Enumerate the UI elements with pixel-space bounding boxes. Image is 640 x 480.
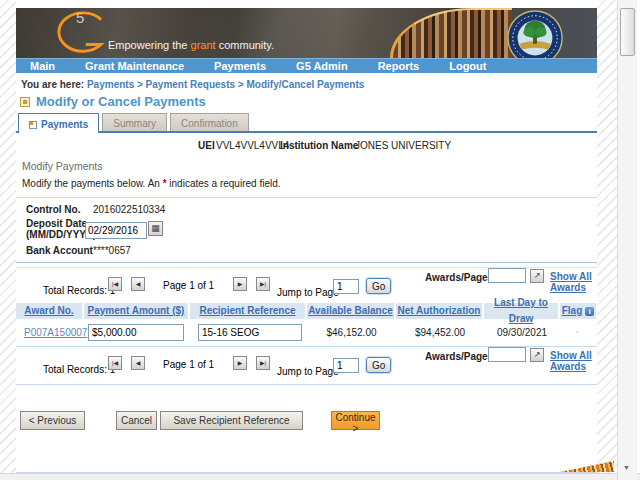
previous-button[interactable]: < Previous	[20, 411, 85, 430]
tab-confirmation[interactable]: Confirmation	[170, 113, 249, 131]
payments-tab-icon	[29, 121, 37, 129]
divider	[16, 197, 597, 198]
breadcrumb-path[interactable]: Payments > Payment Requests > Modify/Can…	[87, 79, 364, 90]
nav-item-logout[interactable]: Logout	[449, 60, 486, 72]
control-no-label: Control No.	[26, 204, 80, 215]
first-page-button[interactable]: |◀	[108, 277, 122, 291]
total-records-label: Total Records: 1	[43, 364, 115, 375]
continue-button[interactable]: Continue >	[331, 411, 380, 430]
last-day-to-draw-value: 09/30/2021	[484, 319, 560, 346]
institution-name-label: Institution Name	[280, 140, 358, 151]
deposit-date-input[interactable]	[85, 222, 147, 239]
breadcrumb-prefix: You are here:	[21, 79, 84, 90]
first-page-button[interactable]: |◀	[108, 356, 122, 370]
page-title-row: Modify or Cancel Payments	[20, 94, 206, 109]
awards-per-page-submit-icon[interactable]: ↗	[530, 348, 544, 362]
scrollbar-down-icon[interactable]: ▼	[623, 464, 630, 471]
show-all-awards-link[interactable]: Show All Awards	[550, 271, 598, 293]
go-button[interactable]: Go	[366, 357, 391, 373]
total-records-label: Total Records: 1	[43, 285, 115, 296]
pager-bottom: Total Records: 1 |◀ ◀ Page 1 of 1 ▶ ▶| J…	[16, 347, 598, 381]
save-recipient-reference-button[interactable]: Save Recipient Reference	[160, 411, 303, 430]
column-header-award-no[interactable]: Award No.	[16, 303, 84, 319]
column-header-net-authorization[interactable]: Net Authorization	[396, 303, 484, 319]
jump-to-page-label: Jump to Page	[277, 366, 339, 377]
last-page-button[interactable]: ▶|	[256, 277, 270, 291]
cancel-button[interactable]: Cancel	[116, 411, 157, 430]
jump-to-page-label: Jump to Page	[277, 287, 339, 298]
right-margin-stripes	[597, 0, 617, 480]
breadcrumb: You are here: Payments > Payment Request…	[21, 79, 364, 90]
tagline-accent: grant	[191, 39, 216, 51]
go-button[interactable]: Go	[366, 278, 391, 294]
section-heading: Modify Payments	[22, 160, 103, 172]
available-balance-value: $46,152.00	[307, 319, 396, 346]
department-of-education-seal-icon	[506, 9, 564, 58]
nav-item-grant-maintenance[interactable]: Grant Maintenance	[85, 60, 184, 72]
flag-info-icon[interactable]: i	[585, 307, 594, 316]
flag-marker: ·	[576, 327, 579, 338]
vertical-scrollbar[interactable]: ▼	[617, 0, 637, 480]
calendar-icon[interactable]: ▦	[148, 221, 163, 236]
divider	[16, 262, 597, 263]
column-header-recipient-reference[interactable]: Recipient Reference	[190, 303, 307, 319]
scrollbar-thumb[interactable]	[620, 8, 635, 56]
page-status: Page 1 of 1	[163, 280, 214, 291]
last-page-button[interactable]: ▶|	[256, 356, 270, 370]
modify-cancel-payments-page: 5 Empowering the grant community. Main G…	[0, 0, 640, 480]
header-banner: 5 Empowering the grant community.	[16, 8, 597, 58]
column-header-flag[interactable]: Flagi	[560, 303, 596, 319]
nav-item-g5-admin[interactable]: G5 Admin	[296, 60, 348, 72]
page-title-icon	[20, 97, 30, 107]
jump-to-page-input[interactable]	[333, 279, 359, 294]
tab-underline	[16, 131, 597, 133]
next-page-button[interactable]: ▶	[233, 356, 247, 370]
uei-value: VVL4VVL4VVL4	[216, 140, 289, 151]
column-header-payment-amount[interactable]: Payment Amount ($)	[84, 303, 190, 319]
divider	[16, 384, 597, 385]
awards-per-page-input[interactable]	[488, 268, 526, 283]
page-status: Page 1 of 1	[163, 359, 214, 370]
page-title: Modify or Cancel Payments	[36, 94, 206, 109]
award-no-link[interactable]: P007A150007	[24, 327, 87, 338]
g5-logo-number: 5	[76, 9, 84, 26]
jump-to-page-input[interactable]	[333, 358, 359, 373]
prev-page-button[interactable]: ◀	[131, 356, 145, 370]
nav-item-reports[interactable]: Reports	[378, 60, 420, 72]
recipient-reference-input[interactable]	[198, 324, 302, 341]
column-header-available-balance[interactable]: Available Balance	[307, 303, 396, 319]
next-page-button[interactable]: ▶	[233, 277, 247, 291]
prev-page-button[interactable]: ◀	[131, 277, 145, 291]
net-authorization-value: $94,452.00	[396, 319, 484, 346]
bank-account-value: ****0657	[93, 245, 131, 256]
table-row: P007A150007 $46,152.00 $94,452.00 09/30/…	[16, 319, 598, 346]
show-all-awards-link[interactable]: Show All Awards	[550, 350, 598, 372]
payment-amount-input[interactable]	[88, 324, 184, 341]
page-bottom-strip	[0, 473, 640, 480]
payments-table: Award No. Payment Amount ($) Recipient R…	[16, 303, 598, 346]
awards-per-page-label: Awards/Page:	[425, 272, 491, 283]
awards-per-page-submit-icon[interactable]: ↗	[530, 269, 544, 283]
nav-item-payments[interactable]: Payments	[214, 60, 266, 72]
institution-name-value: JONES UNIVERSITY	[355, 140, 451, 151]
awards-per-page-input[interactable]	[488, 347, 526, 362]
tab-bar: Payments Summary Confirmation	[18, 113, 249, 133]
main-nav: Main Grant Maintenance Payments G5 Admin…	[16, 58, 597, 73]
uei-label: UEI	[198, 140, 215, 151]
library-photo	[390, 8, 512, 58]
control-no-value: 2016022510334	[93, 204, 165, 215]
column-header-last-day-to-draw[interactable]: Last Day to Draw	[484, 303, 560, 319]
nav-item-main[interactable]: Main	[30, 60, 55, 72]
deposit-date-field: ▦	[85, 220, 163, 237]
left-margin-stripes	[0, 0, 16, 480]
tab-summary[interactable]: Summary	[102, 113, 167, 131]
deposit-date-label: Deposit Date	[26, 218, 87, 229]
bank-account-label: Bank Account	[26, 245, 93, 256]
awards-per-page-label: Awards/Page:	[425, 351, 491, 362]
tagline: Empowering the grant community.	[108, 39, 274, 51]
instruction-text: Modify the payments below. An * indicate…	[22, 178, 281, 189]
tab-payments[interactable]: Payments	[18, 113, 99, 133]
table-header-row: Award No. Payment Amount ($) Recipient R…	[16, 303, 598, 319]
g5-logo-icon	[40, 10, 120, 58]
